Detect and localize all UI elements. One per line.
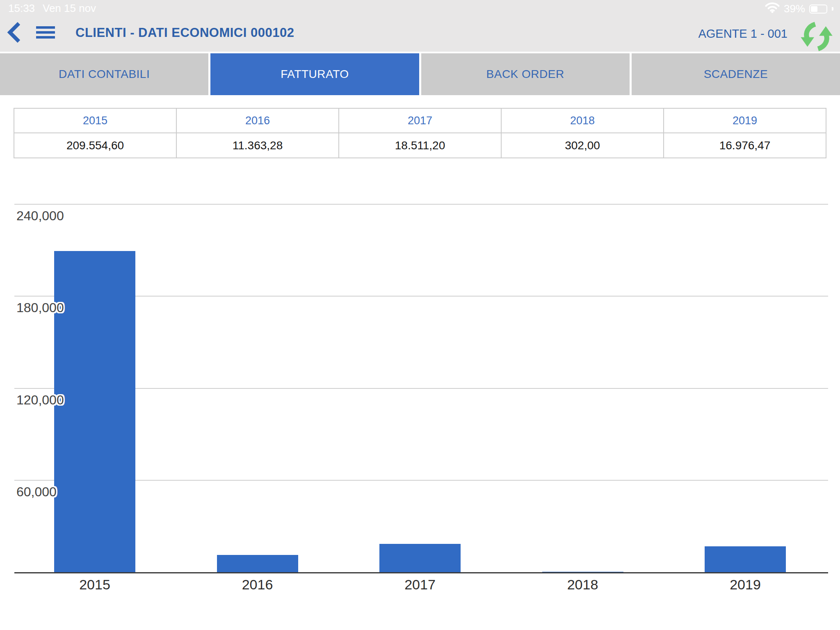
x-axis-line xyxy=(14,572,828,573)
sync-arrows-icon xyxy=(799,47,834,54)
battery-percent-label: 39% xyxy=(784,2,805,15)
gridline-240,000 xyxy=(14,204,828,205)
battery-icon xyxy=(809,5,827,14)
status-time: 15:33 xyxy=(8,2,35,15)
gridline-180,000 xyxy=(14,296,828,297)
tab-dati-contabili[interactable]: DATI CONTABILI xyxy=(0,53,208,95)
table-header-2018: 2018 xyxy=(502,109,664,133)
battery-nub xyxy=(832,7,833,11)
y-axis-tick-label: 60,000 xyxy=(16,484,57,500)
table-value-2018: 302,00 xyxy=(502,133,664,158)
status-right-group: 39% xyxy=(765,2,833,16)
gridline-60,000 xyxy=(14,480,828,481)
fatturato-table: 2015 2016 2017 2018 2019 209.554,60 11.3… xyxy=(14,108,826,158)
x-axis-label-2017: 2017 xyxy=(371,577,469,593)
app-header: 15:33 Ven 15 nov 39% xyxy=(0,0,840,52)
table-value-2019: 16.976,47 xyxy=(664,133,826,158)
status-date: Ven 15 nov xyxy=(43,2,96,15)
bar-2016 xyxy=(217,555,298,572)
wifi-icon xyxy=(765,2,780,16)
agent-label[interactable]: AGENTE 1 - 001 xyxy=(698,27,788,41)
back-chevron-icon xyxy=(6,38,22,45)
y-axis-tick-label: 120,000 xyxy=(16,393,64,408)
x-axis-label-2016: 2016 xyxy=(208,577,307,593)
tab-scadenze[interactable]: SCADENZE xyxy=(632,53,840,95)
bar-2017 xyxy=(379,544,461,572)
page-title: CLIENTI - DATI ECONOMICI 000102 xyxy=(75,25,294,40)
table-value-2015: 209.554,60 xyxy=(14,133,177,158)
y-axis-tick-label: 180,000 xyxy=(16,300,64,315)
bar-2018 xyxy=(542,572,623,572)
table-header-2016: 2016 xyxy=(177,109,339,133)
tab-back-order[interactable]: BACK ORDER xyxy=(421,53,630,95)
x-axis-label-2018: 2018 xyxy=(534,577,632,593)
table-header-2015: 2015 xyxy=(14,109,177,133)
bar-2019 xyxy=(705,546,786,572)
x-axis-label-2015: 2015 xyxy=(46,577,144,593)
nav-bar: CLIENTI - DATI ECONOMICI 000102 AGENTE 1… xyxy=(0,16,840,52)
back-button[interactable] xyxy=(6,21,22,43)
menu-button[interactable] xyxy=(36,26,55,39)
sync-button[interactable] xyxy=(799,21,834,52)
status-bar: 15:33 Ven 15 nov 39% xyxy=(0,0,840,16)
table-header-2017: 2017 xyxy=(339,109,502,133)
table-value-2016: 11.363,28 xyxy=(177,133,339,158)
table-value-2017: 18.511,20 xyxy=(339,133,502,158)
tab-fatturato[interactable]: FATTURATO xyxy=(210,53,419,95)
x-axis-label-2019: 2019 xyxy=(696,577,794,593)
hamburger-menu-icon xyxy=(36,26,55,29)
table-header-2019: 2019 xyxy=(664,109,826,133)
gridline-120,000 xyxy=(14,388,828,389)
y-axis-tick-label: 240,000 xyxy=(16,208,64,224)
tab-bar: DATI CONTABILI FATTURATO BACK ORDER SCAD… xyxy=(0,53,840,95)
bar-2015 xyxy=(54,251,135,572)
